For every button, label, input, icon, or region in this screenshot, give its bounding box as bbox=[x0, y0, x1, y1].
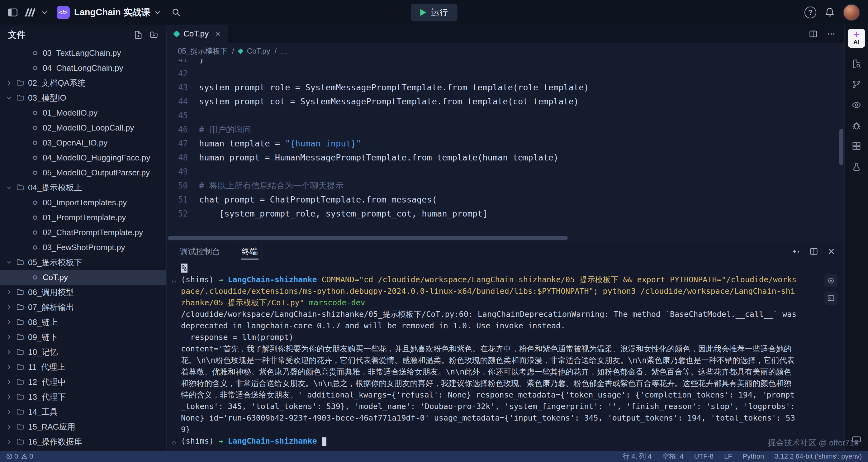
chevron-right-icon[interactable] bbox=[6, 289, 16, 295]
chevron-right-icon[interactable] bbox=[6, 80, 16, 86]
split-editor-icon[interactable] bbox=[809, 30, 817, 38]
chevron-right-icon[interactable] bbox=[6, 409, 16, 414]
tree-folder-row[interactable]: 11_代理上 bbox=[0, 360, 166, 374]
editor-horizontal-scrollbar[interactable] bbox=[168, 236, 568, 240]
tree-folder-row[interactable]: 02_文档QA系统 bbox=[0, 75, 166, 90]
new-file-icon[interactable] bbox=[134, 31, 143, 39]
tree-file-row[interactable]: 03_FewShotPrompt.py bbox=[0, 240, 166, 255]
tree-file-row[interactable]: 03_OpenAI_IO.py bbox=[0, 135, 166, 150]
tree-folder-row[interactable]: 03_模型IO bbox=[0, 90, 166, 105]
terminal[interactable]: %○(shims) → LangChain-shizhanke COMMAND=… bbox=[166, 260, 844, 451]
workspace-switcher[interactable]: </> LangChain 实战课 bbox=[57, 6, 160, 19]
chevron-right-icon[interactable] bbox=[6, 334, 16, 340]
code-line: 46# 用户的询问 bbox=[166, 122, 844, 136]
line-number: 51 bbox=[166, 195, 199, 204]
statusbar-item[interactable]: 3.12.2 64-bit ('shims': pyenv) bbox=[775, 452, 862, 460]
problems-warnings[interactable]: 0 bbox=[21, 452, 33, 460]
tab-close-icon[interactable] bbox=[215, 31, 220, 37]
ai-assistant-button[interactable]: AI bbox=[848, 29, 865, 48]
python-file-icon bbox=[32, 230, 38, 235]
preview-eye-icon[interactable] bbox=[852, 100, 861, 110]
tree-folder-row[interactable]: 06_调用模型 bbox=[0, 285, 166, 300]
warnings-count: 0 bbox=[29, 452, 33, 460]
chevron-down-icon[interactable] bbox=[6, 95, 16, 101]
search-icon[interactable] bbox=[172, 8, 181, 17]
problems-errors[interactable]: 0 bbox=[6, 452, 18, 460]
tree-file-row[interactable]: 02_ModelIO_LoopCall.py bbox=[0, 120, 166, 135]
tree-item-label: 08_链上 bbox=[28, 317, 58, 328]
tree-file-row[interactable]: 03_TextLangChain.py bbox=[0, 45, 166, 60]
right-activity-rail: AI bbox=[844, 25, 868, 451]
breadcrumb-folder[interactable]: 05_提示模板下 bbox=[178, 46, 228, 56]
tree-folder-row[interactable]: 05_提示模板下 bbox=[0, 255, 166, 270]
statusbar-item[interactable]: Python bbox=[743, 452, 764, 460]
editor-vertical-scrollbar[interactable] bbox=[839, 129, 843, 165]
tree-folder-row[interactable]: 16_操作数据库 bbox=[0, 434, 166, 449]
tree-file-row[interactable]: 01_PromptTemplate.py bbox=[0, 210, 166, 225]
statusbar-item[interactable]: UTF-8 bbox=[694, 452, 714, 460]
code-editor[interactable]: 41)4243system_prompt_role = SystemMessag… bbox=[166, 59, 844, 242]
tab-debug-console[interactable]: 调试控制台 bbox=[176, 244, 224, 259]
notifications-bell-icon[interactable] bbox=[825, 7, 834, 18]
new-folder-icon[interactable] bbox=[150, 31, 158, 39]
code-line: 47human_template = "{human_input}" bbox=[166, 136, 844, 151]
tree-item-label: 09_链下 bbox=[28, 332, 58, 343]
breadcrumb-more[interactable]: ... bbox=[281, 47, 287, 56]
terminal-panel-icon[interactable] bbox=[825, 291, 837, 305]
tree-file-row[interactable]: 01_ModelIO.py bbox=[0, 105, 166, 120]
chevron-right-icon[interactable] bbox=[6, 364, 16, 370]
marscode-logo[interactable] bbox=[24, 8, 35, 17]
help-icon[interactable]: ? bbox=[804, 6, 816, 19]
tree-folder-row[interactable]: 15_RAG应用 bbox=[0, 419, 166, 434]
tree-item-label: 12_代理中 bbox=[28, 377, 66, 388]
chevron-right-icon[interactable] bbox=[6, 424, 16, 430]
run-button[interactable]: 运行 bbox=[411, 4, 457, 21]
tree-folder-row[interactable]: 07_解析输出 bbox=[0, 300, 166, 315]
tree-folder-row[interactable]: 13_代理下 bbox=[0, 390, 166, 404]
tree-item-label: 02_ModelIO_LoopCall.py bbox=[43, 123, 134, 133]
source-control-icon[interactable] bbox=[852, 80, 861, 89]
tree-folder-row[interactable]: 08_链上 bbox=[0, 315, 166, 330]
tab-cot-py[interactable]: CoT.py bbox=[166, 25, 228, 43]
python-file-icon bbox=[32, 275, 38, 280]
split-terminal-icon[interactable] bbox=[809, 247, 818, 256]
tree-file-row[interactable]: 02_ChatPromptTemplate.py bbox=[0, 225, 166, 240]
test-flask-icon[interactable] bbox=[852, 162, 861, 171]
chevron-right-icon[interactable] bbox=[6, 304, 16, 310]
debug-bug-icon[interactable] bbox=[852, 121, 861, 130]
file-search-icon[interactable] bbox=[852, 59, 861, 68]
statusbar-item[interactable]: 空格: 4 bbox=[662, 452, 683, 461]
toggle-sidebar-icon[interactable] bbox=[8, 8, 18, 17]
chevron-right-icon[interactable] bbox=[6, 349, 16, 355]
statusbar-item[interactable]: LF bbox=[724, 452, 732, 460]
code-line: 42 bbox=[166, 66, 844, 81]
python-file-icon bbox=[32, 140, 38, 146]
tree-file-row[interactable]: 04_ModelIO_HuggingFace.py bbox=[0, 150, 166, 165]
statusbar-item[interactable]: 行 4, 列 4 bbox=[623, 452, 652, 461]
tree-folder-row[interactable]: 14_工具 bbox=[0, 404, 166, 419]
chevron-down-icon[interactable] bbox=[6, 259, 16, 265]
breadcrumb-file[interactable]: CoT.py bbox=[247, 47, 270, 56]
tree-folder-row[interactable]: 04_提示模板上 bbox=[0, 180, 166, 195]
tree-file-row[interactable]: 05_ModelIO_OutputParser.py bbox=[0, 165, 166, 180]
chevron-right-icon[interactable] bbox=[6, 379, 16, 385]
chevron-right-icon[interactable] bbox=[6, 319, 16, 325]
close-panel-icon[interactable] bbox=[828, 248, 835, 255]
terminal-profile-icon[interactable] bbox=[825, 274, 837, 287]
more-actions-icon[interactable] bbox=[827, 30, 836, 38]
extensions-icon[interactable] bbox=[852, 142, 861, 151]
user-avatar[interactable] bbox=[843, 4, 860, 21]
chevron-right-icon[interactable] bbox=[6, 394, 16, 400]
chevron-right-icon[interactable] bbox=[6, 439, 16, 444]
new-terminal-icon[interactable] bbox=[791, 247, 800, 256]
chevron-down-icon[interactable] bbox=[6, 185, 16, 190]
workspace-chevron-down-icon[interactable] bbox=[155, 10, 160, 14]
tree-folder-row[interactable]: 12_代理中 bbox=[0, 374, 166, 390]
tree-file-row[interactable]: 04_ChatLongChain.py bbox=[0, 60, 166, 75]
tree-file-row[interactable]: 00_ImportTemplates.py bbox=[0, 195, 166, 210]
tree-file-row[interactable]: CoT.py bbox=[0, 270, 166, 285]
tab-terminal[interactable]: 终端 bbox=[238, 244, 262, 259]
tree-folder-row[interactable]: 09_链下 bbox=[0, 330, 166, 344]
tree-folder-row[interactable]: 10_记忆 bbox=[0, 344, 166, 360]
logo-chevron-down-icon[interactable] bbox=[42, 10, 47, 14]
